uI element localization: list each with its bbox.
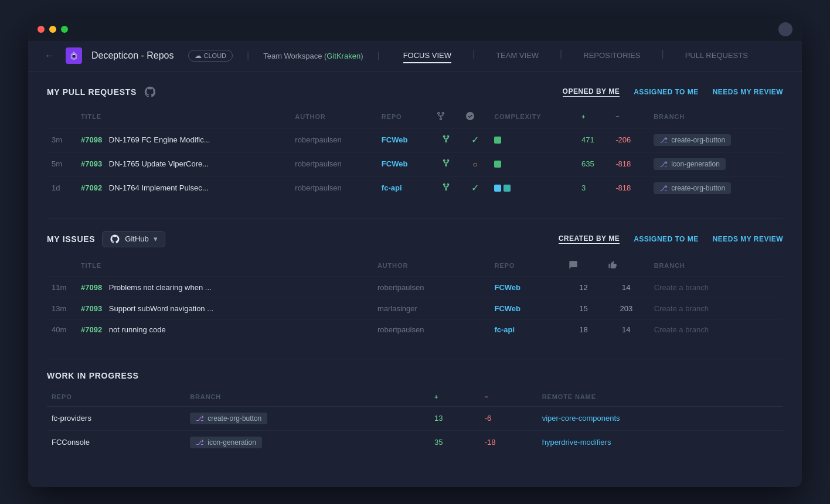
- wip-row1-remote[interactable]: viper-core-components: [538, 406, 783, 430]
- pr-table: TITLE AUTHOR REPO COMPLEXITY + − BRANCH: [47, 108, 783, 200]
- nav-items: FOCUS VIEW | TEAM VIEW | REPOSITORIES | …: [403, 49, 748, 63]
- issues-col-branch: BRANCH: [649, 257, 783, 277]
- table-row: 5m #7093 DN-1765 Update ViperCore... rob…: [47, 152, 783, 176]
- issue-row3-time: 40m: [47, 319, 76, 340]
- issue-row1-branch[interactable]: Create a branch: [649, 277, 783, 298]
- table-row: 3m #7098 DN-1769 FC Engine Modific... ro…: [47, 128, 783, 152]
- pr-row3-minus: -818: [611, 176, 649, 200]
- tab-issues-assigned-to-me[interactable]: ASSIGNED TO ME: [634, 235, 699, 243]
- pr-row3-repo[interactable]: fc-api: [377, 176, 432, 200]
- github-dropdown-icon: [110, 234, 120, 244]
- pr-row1-branch-icon: [431, 128, 460, 152]
- pr-row2-num[interactable]: #7093: [81, 159, 102, 168]
- wip-col-plus: +: [430, 390, 480, 407]
- issue-row2-num[interactable]: #7093: [81, 304, 102, 313]
- pr-row2-repo[interactable]: FCWeb: [377, 152, 432, 176]
- nav-team-view[interactable]: TEAM VIEW: [496, 49, 539, 63]
- cloud-badge[interactable]: ☁ CLOUD: [188, 50, 233, 62]
- pr-row2-branch: ⎇icon-generation: [649, 152, 783, 176]
- pr-row1-num[interactable]: #7098: [81, 135, 102, 144]
- nav-pull-requests[interactable]: PULL REQUESTS: [685, 49, 748, 63]
- minimize-button[interactable]: [49, 26, 56, 33]
- pr-row1-check: ✓: [461, 128, 489, 152]
- nav-focus-view[interactable]: FOCUS VIEW: [403, 49, 451, 63]
- issue-row2-title: Support subWord navigation ...: [109, 304, 213, 313]
- issue-row1-num[interactable]: #7098: [81, 283, 102, 292]
- cloud-label: CLOUD: [204, 52, 227, 59]
- wip-row1-plus: 13: [430, 406, 480, 430]
- issues-col-comments-icon: [564, 257, 603, 277]
- pr-col-title: TITLE: [76, 108, 290, 128]
- pr-title-group: MY PULL REQUESTS: [47, 86, 157, 98]
- issues-col-title: TITLE: [76, 257, 373, 277]
- issues-table: TITLE AUTHOR REPO BRANCH: [47, 257, 783, 340]
- section-divider-2: [47, 359, 783, 359]
- issue-row3-thumbs: 14: [603, 319, 649, 340]
- issue-row3-title: not running code: [109, 325, 166, 334]
- wip-col-repo: REPO: [47, 390, 185, 407]
- issue-row2-numtitle: #7093 Support subWord navigation ...: [76, 298, 373, 319]
- tab-issues-needs-review[interactable]: NEEDS MY REVIEW: [713, 235, 783, 243]
- wip-col-branch: BRANCH: [185, 390, 430, 407]
- window-circle: [778, 22, 792, 36]
- maximize-button[interactable]: [61, 26, 68, 33]
- issues-section: MY ISSUES GitHub ▾ CREATED BY ME ASSIGNE…: [47, 231, 783, 340]
- table-row: 11m #7098 Problems not clearing when ...…: [47, 277, 783, 298]
- pr-row1-time: 3m: [47, 128, 76, 152]
- wip-section-title: WORK IN PROGRESS: [47, 371, 139, 380]
- pr-row2-author: robertpaulsen: [290, 152, 377, 176]
- repo-title: Decepticon - Repos: [91, 50, 174, 61]
- pr-col-repo: REPO: [377, 108, 432, 128]
- pr-row3-num[interactable]: #7092: [81, 183, 102, 192]
- issue-row1-repo[interactable]: FCWeb: [489, 277, 564, 298]
- pr-col-author: AUTHOR: [290, 108, 377, 128]
- close-button[interactable]: [38, 26, 45, 33]
- wip-row1-repo: fc-providers: [47, 406, 185, 430]
- pr-row3-complexity: [489, 176, 577, 200]
- pr-row2-time: 5m: [47, 152, 76, 176]
- issue-row3-branch[interactable]: Create a branch: [649, 319, 783, 340]
- provider-dropdown[interactable]: GitHub ▾: [102, 231, 165, 247]
- pr-row2-numtitle: #7093 DN-1765 Update ViperCore...: [76, 152, 290, 176]
- pr-row1-plus: 471: [577, 128, 611, 152]
- issue-row1-comments: 12: [564, 277, 603, 298]
- issues-col-thumbs-icon: [603, 257, 649, 277]
- issue-row1-numtitle: #7098 Problems not clearing when ...: [76, 277, 373, 298]
- tab-created-by-me[interactable]: CREATED BY ME: [559, 234, 620, 244]
- pr-row1-complexity: [489, 128, 577, 152]
- pr-row1-repo[interactable]: FCWeb: [377, 128, 432, 152]
- issues-header: MY ISSUES GitHub ▾ CREATED BY ME ASSIGNE…: [47, 231, 783, 247]
- table-row: 13m #7093 Support subWord navigation ...…: [47, 298, 783, 319]
- pr-col-minus: −: [611, 108, 649, 128]
- wip-row2-minus: -18: [480, 430, 538, 454]
- issues-title-group: MY ISSUES GitHub ▾: [47, 231, 165, 247]
- sep2: |: [377, 50, 379, 61]
- main-content: MY PULL REQUESTS OPENED BY ME ASSIGNED T…: [28, 71, 802, 487]
- issue-row3-num[interactable]: #7092: [81, 325, 102, 334]
- issue-row2-thumbs: 203: [603, 298, 649, 319]
- issue-row2-branch[interactable]: Create a branch: [649, 298, 783, 319]
- pr-col-check-icon: [461, 108, 489, 128]
- table-row: 1d #7092 DN-1764 Implement Pulsec... rob…: [47, 176, 783, 200]
- issue-row2-repo[interactable]: FCWeb: [489, 298, 564, 319]
- issue-row3-repo[interactable]: fc-api: [489, 319, 564, 340]
- nav-repositories[interactable]: REPOSITORIES: [583, 49, 640, 63]
- table-row: fc-providers ⎇create-org-button 13 -6 vi…: [47, 406, 783, 430]
- pull-requests-section: MY PULL REQUESTS OPENED BY ME ASSIGNED T…: [47, 86, 783, 200]
- wip-row1-branch: ⎇create-org-button: [185, 406, 430, 430]
- tab-pr-assigned-to-me[interactable]: ASSIGNED TO ME: [634, 88, 699, 96]
- issue-row1-time: 11m: [47, 277, 76, 298]
- tab-pr-needs-review[interactable]: NEEDS MY REVIEW: [713, 88, 783, 96]
- issues-col-author: AUTHOR: [373, 257, 490, 277]
- tab-opened-by-me[interactable]: OPENED BY ME: [563, 87, 620, 97]
- wip-row2-remote[interactable]: hyperdrive-modifiers: [538, 430, 783, 454]
- issue-row1-title: Problems not clearing when ...: [109, 283, 212, 292]
- pr-row2-title: DN-1765 Update ViperCore...: [109, 159, 209, 168]
- sep5: |: [662, 49, 664, 63]
- issue-row2-time: 13m: [47, 298, 76, 319]
- issue-row1-author: robertpaulsen: [373, 277, 490, 298]
- back-button[interactable]: ←: [45, 50, 54, 61]
- pr-row2-branch-icon: [431, 152, 460, 176]
- dropdown-arrow-icon: ▾: [154, 234, 158, 243]
- pr-row1-numtitle: #7098 DN-1769 FC Engine Modific...: [76, 128, 290, 152]
